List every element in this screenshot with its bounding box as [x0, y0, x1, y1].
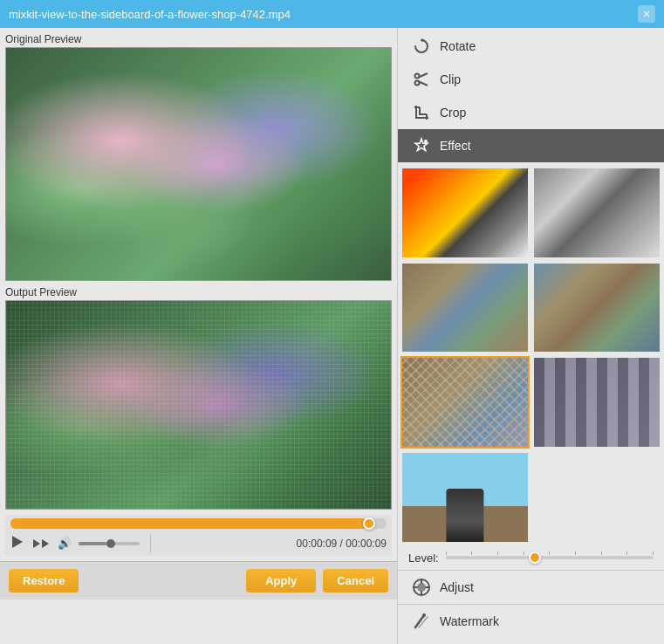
yoga-preview [402, 453, 528, 542]
svg-point-0 [415, 74, 420, 79]
output-preview-box [5, 300, 392, 510]
level-slider[interactable] [446, 556, 654, 559]
normal1-preview [402, 264, 528, 353]
progress-bar[interactable] [10, 518, 387, 529]
close-button[interactable]: × [638, 5, 655, 23]
original-preview-section: Original Preview [5, 33, 392, 281]
action-buttons: Apply Cancel [246, 569, 388, 593]
svg-point-4 [424, 140, 428, 143]
timeline-area: 🔊 00:00:09 / 00:00:09 [5, 515, 392, 556]
rotate-tool-item[interactable]: Rotate [398, 30, 664, 63]
adjust-tool-item[interactable]: Adjust [398, 571, 664, 604]
controls-row: 🔊 00:00:09 / 00:00:09 [10, 534, 387, 552]
effect-thumb-normal1[interactable] [400, 262, 530, 354]
time-total: 00:00:09 [346, 538, 387, 550]
level-label: Level: [408, 552, 439, 565]
rotate-label: Rotate [440, 39, 476, 53]
main-content: Original Preview Output Preview [0, 28, 664, 644]
watermark-label: Watermark [440, 614, 499, 628]
original-preview-box [5, 47, 392, 281]
crop-label: Crop [440, 106, 466, 120]
clip-label: Clip [440, 72, 461, 86]
adjust-icon [412, 578, 431, 597]
rotate-icon [412, 37, 431, 56]
original-preview-label: Original Preview [5, 33, 392, 45]
skip-forward-button[interactable] [31, 538, 51, 550]
divider-line [150, 535, 151, 552]
crossstitch-preview [402, 358, 528, 447]
left-panel: Original Preview Output Preview [0, 28, 397, 644]
cancel-button[interactable]: Cancel [323, 569, 388, 593]
skip-icon [33, 539, 49, 548]
clip-tool-item[interactable]: Clip [398, 63, 664, 96]
volume-thumb[interactable] [106, 539, 115, 548]
volume-fill [79, 542, 106, 545]
play-button[interactable] [10, 534, 24, 552]
level-fill [446, 556, 529, 559]
pencil-preview [534, 168, 660, 257]
effect-icon [412, 136, 431, 155]
apply-button[interactable]: Apply [246, 569, 316, 593]
tool-menu: Rotate Clip [398, 28, 664, 164]
level-row: Level: [398, 546, 664, 570]
scissors-icon [412, 70, 431, 89]
svg-point-1 [415, 81, 420, 86]
crop-tool-item[interactable]: Crop [398, 96, 664, 129]
bars-preview [534, 358, 660, 447]
effect-thumb-yoga[interactable] [400, 451, 530, 544]
svg-point-7 [422, 613, 426, 617]
adjust-label: Adjust [440, 580, 474, 594]
watermark-tool-item[interactable]: Watermark [398, 605, 664, 638]
effect-thumb-crossstitch[interactable] [400, 356, 530, 449]
output-video-frame [6, 301, 391, 509]
level-thumb[interactable] [529, 552, 541, 564]
svg-line-3 [419, 82, 428, 86]
effects-grid [398, 164, 664, 546]
right-panel: Rotate Clip [397, 28, 664, 644]
original-video-frame [6, 48, 391, 280]
svg-line-2 [419, 73, 428, 78]
window-title: mixkit-view-to-the-sideboard-of-a-flower… [9, 8, 291, 21]
output-preview-label: Output Preview [5, 286, 392, 298]
volume-slider[interactable] [79, 542, 140, 545]
effect-overlay [6, 301, 391, 509]
progress-fill [10, 518, 367, 529]
bottom-bar: Restore Apply Cancel [0, 561, 397, 599]
effect-tool-item[interactable]: Effect [398, 129, 664, 162]
output-preview-section: Output Preview [5, 286, 392, 510]
time-separator: / [337, 538, 346, 550]
watermark-icon [412, 612, 431, 631]
effect-thumb-sketch[interactable] [400, 167, 530, 259]
restore-button[interactable]: Restore [9, 569, 79, 593]
time-current: 00:00:09 [297, 538, 338, 550]
time-display: 00:00:09 / 00:00:09 [297, 538, 387, 550]
crop-icon [412, 103, 431, 122]
effect-thumb-bars[interactable] [532, 356, 661, 449]
play-icon [12, 536, 23, 548]
effect-label: Effect [440, 139, 471, 153]
title-bar: mixkit-view-to-the-sideboard-of-a-flower… [0, 0, 664, 28]
svg-point-6 [417, 583, 426, 592]
effect-thumb-normal2[interactable] [532, 262, 661, 354]
effect-thumb-pencil[interactable] [532, 167, 661, 259]
volume-icon: 🔊 [58, 537, 72, 550]
sketch-preview [402, 168, 528, 257]
progress-thumb[interactable] [363, 517, 375, 530]
normal2-preview [534, 264, 660, 353]
